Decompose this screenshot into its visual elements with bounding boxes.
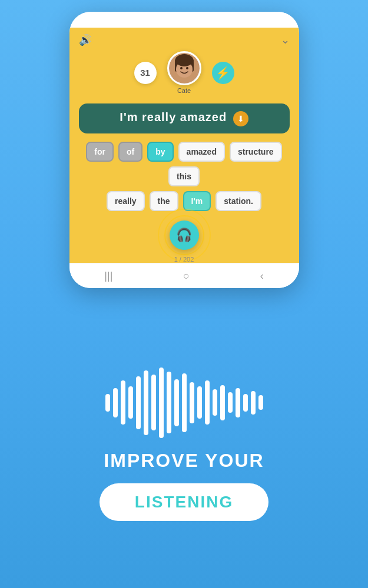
- phone-content: 🔊 ⌄ 31: [69, 28, 299, 263]
- word-tile-structure[interactable]: structure: [230, 142, 282, 162]
- wave-bar-20: [251, 391, 256, 415]
- wave-bar-10: [174, 379, 179, 426]
- user-row: 31: [134, 51, 234, 94]
- listening-button[interactable]: LISTENING: [100, 483, 268, 521]
- svg-point-5: [180, 67, 183, 69]
- wave-bar-6: [144, 370, 148, 435]
- nav-home-icon[interactable]: ○: [183, 270, 190, 282]
- wave-bar-14: [205, 380, 210, 425]
- wave-bar-8: [159, 368, 164, 438]
- wave-bar-7: [151, 375, 156, 430]
- word-tile-by[interactable]: by: [147, 142, 173, 162]
- bottom-section: IMPROVE YOUR LISTENING: [0, 300, 368, 588]
- avatar: [167, 51, 201, 85]
- wave-bar-11: [182, 373, 187, 432]
- wave-bar-17: [228, 392, 233, 413]
- wave-bar-13: [197, 386, 202, 419]
- phone-nav-bar: ||| ○ ‹: [69, 263, 299, 288]
- phrase-text: I'm really amazed: [120, 111, 227, 123]
- wave-bar-12: [190, 382, 194, 423]
- improve-text: IMPROVE YOUR: [104, 450, 264, 472]
- listening-button-label: LISTENING: [135, 493, 233, 512]
- nav-lines-icon[interactable]: |||: [104, 270, 112, 282]
- word-tile-station[interactable]: station.: [216, 191, 261, 211]
- headphone-icon: 🎧: [176, 228, 192, 243]
- word-tile-for[interactable]: for: [86, 142, 114, 162]
- wave-bar-4: [128, 386, 133, 419]
- wave-bar-9: [167, 372, 171, 433]
- down-arrow-icon[interactable]: ⬇: [233, 111, 248, 126]
- word-row-1: for of by amazed structure this: [79, 142, 290, 186]
- word-tile-the[interactable]: the: [150, 191, 178, 211]
- top-section: 🔊 ⌄ 31: [0, 0, 368, 300]
- word-tile-this[interactable]: this: [168, 166, 200, 186]
- svg-point-6: [186, 67, 188, 69]
- wave-bar-21: [258, 395, 263, 410]
- word-tile-of[interactable]: of: [118, 142, 142, 162]
- word-row-2: really the I'm station.: [79, 191, 290, 211]
- word-tile-amazed[interactable]: amazed: [178, 142, 225, 162]
- lightning-badge: ⚡: [212, 62, 234, 84]
- wave-bar-5: [136, 376, 141, 429]
- wave-bar-19: [243, 394, 248, 412]
- wave-bar-15: [213, 389, 217, 416]
- wave-bar-1: [105, 394, 110, 412]
- phone-status-bar: [69, 12, 299, 28]
- svg-point-7: [177, 57, 192, 66]
- word-tile-im[interactable]: I'm: [183, 191, 211, 211]
- sound-wave: [105, 368, 263, 438]
- wave-bar-2: [113, 388, 118, 417]
- phone-mockup: 🔊 ⌄ 31: [69, 12, 299, 288]
- wave-bar-18: [236, 388, 240, 417]
- phone-top-bar: 🔊 ⌄: [79, 34, 290, 46]
- word-tiles-container: for of by amazed structure this really t…: [79, 142, 290, 211]
- score-badge: 31: [134, 62, 157, 84]
- listen-button[interactable]: 🎧: [170, 220, 199, 250]
- nav-back-icon[interactable]: ‹: [260, 270, 264, 282]
- phrase-box: I'm really amazed ⬇: [79, 103, 290, 133]
- avatar-wrapper: Cate: [167, 51, 201, 94]
- speaker-icon[interactable]: 🔊: [79, 34, 92, 46]
- listen-button-area: 🎧: [170, 220, 199, 250]
- wave-bar-16: [220, 385, 225, 420]
- wave-bar-3: [121, 380, 125, 425]
- chevron-down-icon[interactable]: ⌄: [281, 34, 290, 46]
- word-tile-really[interactable]: really: [107, 191, 145, 211]
- avatar-name: Cate: [177, 87, 191, 94]
